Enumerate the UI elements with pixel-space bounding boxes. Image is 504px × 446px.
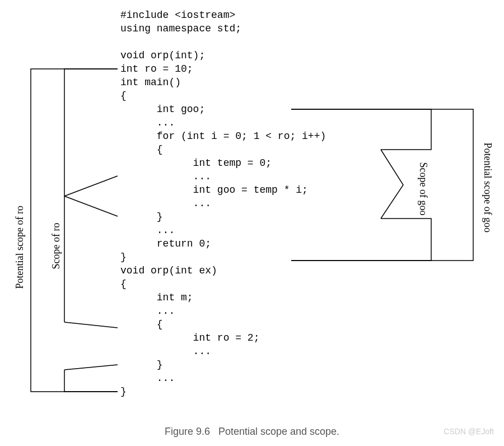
code-line: ... [120, 198, 211, 209]
code-line: int ro = 2; [120, 332, 259, 343]
code-line: int ro = 10; [120, 63, 193, 75]
code-line: void orp(int); [120, 50, 205, 61]
code-line: int m; [120, 292, 193, 303]
code-line: } [120, 359, 163, 370]
code-line: } [120, 386, 127, 397]
label-potential-scope-goo: Potential scope of goo [482, 143, 493, 244]
code-block: #include <iostream> using namespace std;… [120, 8, 326, 398]
figure-caption: Figure 9.6 Potential scope and scope. [0, 426, 504, 438]
code-line: ... [120, 171, 211, 182]
code-line: ... [120, 225, 175, 236]
svg-line-1 [64, 365, 118, 370]
label-potential-scope-ro: Potential scope of ro [14, 194, 26, 289]
code-line: { [120, 278, 127, 290]
code-line: ... [120, 305, 175, 317]
label-scope-goo: Scope of goo [417, 162, 429, 224]
diagram-container: #include <iostream> using namespace std;… [0, 0, 504, 446]
figure-title: Potential scope and scope. [218, 426, 339, 437]
label-scope-ro: Scope of ro [50, 213, 62, 270]
code-line: for (int i = 0; 1 < ro; i++) [120, 131, 326, 142]
figure-number: Figure 9.6 [165, 426, 210, 437]
code-line: #include <iostream> [120, 10, 235, 21]
svg-line-2 [64, 196, 118, 216]
code-line: int goo; [120, 104, 205, 115]
code-line: return 0; [120, 238, 211, 249]
svg-line-0 [64, 322, 118, 328]
svg-line-3 [64, 176, 118, 196]
code-line: void orp(int ex) [120, 265, 217, 276]
code-line: using namespace std; [120, 23, 241, 34]
code-line: ... [120, 346, 211, 357]
code-line: int main() [120, 77, 181, 88]
code-line: } [120, 252, 127, 263]
code-line: ... [120, 117, 175, 128]
code-line: int goo = temp * i; [120, 184, 308, 196]
code-line: ... [120, 373, 175, 384]
code-line: { [120, 319, 163, 330]
code-line: { [120, 144, 163, 155]
watermark: CSDN @EJoft [444, 427, 494, 436]
code-line: int temp = 0; [120, 157, 272, 169]
code-line: } [120, 211, 163, 222]
code-line: { [120, 90, 127, 101]
